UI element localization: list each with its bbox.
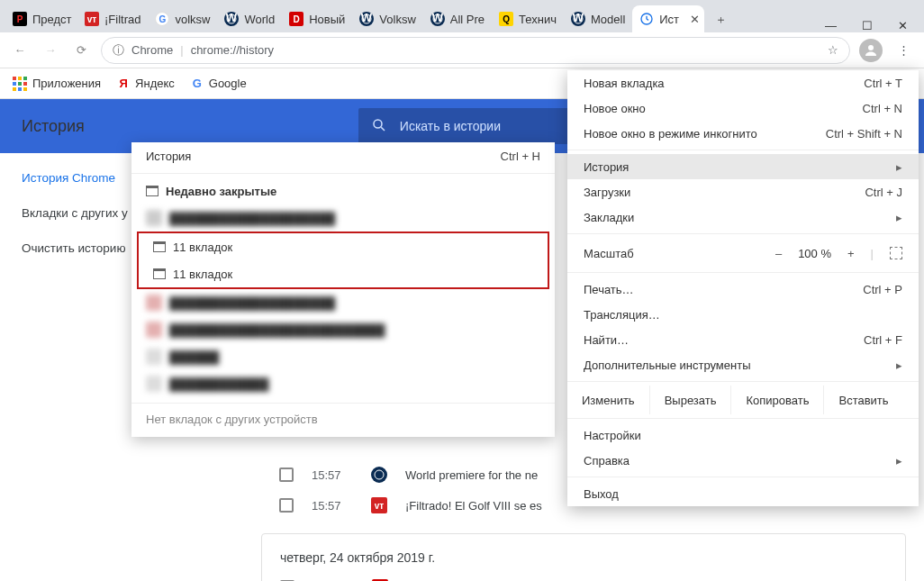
menu-help[interactable]: Справка▸	[567, 448, 919, 473]
tab-8[interactable]: WModell	[564, 5, 632, 32]
zoom-out-button[interactable]: –	[775, 247, 782, 260]
window-icon	[146, 186, 159, 196]
bookmark-google[interactable]: GGoogle	[191, 77, 247, 90]
tab-strip: PПредст vт¡Filtrad Gvolksw WWorld DНовый…	[0, 0, 924, 32]
menu-cast[interactable]: Трансляция…	[567, 302, 919, 327]
omnibox-chip: Chrome	[131, 43, 173, 57]
submenu-history[interactable]: ИсторияCtrl + H	[131, 142, 555, 169]
menu-zoom: Масштаб – 100 % + |	[567, 238, 919, 268]
zoom-value: 100 %	[798, 247, 831, 260]
submenu-item-blurred[interactable]: ██████████████████████████	[131, 316, 555, 343]
bookmark-yandex[interactable]: ЯЯндекс	[117, 77, 175, 90]
highlighted-tabs-block: 11 вкладок 11 вкладок	[137, 231, 549, 289]
page-title: История	[0, 117, 106, 136]
menu-incognito[interactable]: Новое окно в режиме инкогнитоCtrl + Shif…	[567, 121, 919, 146]
history-icon	[639, 12, 654, 26]
close-button[interactable]: ✕	[898, 19, 908, 32]
entry-checkbox[interactable]	[279, 498, 294, 513]
apps-shortcut[interactable]: Приложения	[13, 77, 101, 91]
zoom-in-button[interactable]: +	[847, 247, 855, 260]
submenu-item-blurred[interactable]: ████████████████████	[131, 204, 555, 231]
menu-paste[interactable]: Вставить	[824, 386, 902, 414]
menu-exit[interactable]: Выход	[567, 481, 919, 506]
tab-5[interactable]: WVolksw	[352, 5, 422, 32]
tab-7[interactable]: QТехнич	[492, 5, 564, 32]
tab-2[interactable]: Gvolksw	[148, 5, 217, 32]
favicon-icon	[371, 467, 387, 483]
menu-copy[interactable]: Копировать	[731, 386, 824, 414]
chevron-right-icon: ▸	[896, 454, 902, 468]
day-label: четверг, 24 октября 2019 г.	[262, 547, 905, 572]
submenu-footer: Нет вкладок с других устройств	[131, 403, 555, 428]
window-icon	[153, 241, 166, 252]
entry-checkbox[interactable]	[279, 468, 294, 482]
forward-button[interactable]: →	[40, 40, 61, 61]
history-submenu: ИсторияCtrl + H Недавно закрытые ███████…	[131, 142, 555, 437]
menu-button[interactable]: ⋮	[892, 39, 915, 62]
menu-edit-row: Изменить Вырезать Копировать Вставить	[567, 386, 919, 414]
menu-cut[interactable]: Вырезать	[650, 386, 732, 414]
submenu-item-blurred[interactable]: ████████████	[131, 370, 555, 397]
svg-text:W: W	[432, 14, 443, 24]
bookmark-star-icon[interactable]: ☆	[828, 43, 838, 57]
toolbar: ← → ⟳ ⓘ Chrome | chrome://history ☆ ⋮	[0, 32, 924, 68]
window-controls: — ☐ ✕	[825, 14, 924, 32]
tab-active-history[interactable]: Ист✕	[632, 5, 704, 32]
history-entry[interactable]: 23:32 D Новый Volkswagen Golf с головой …	[262, 572, 905, 581]
maximize-button[interactable]: ☐	[862, 19, 873, 32]
omnibox-url: chrome://history	[191, 43, 274, 57]
svg-text:W: W	[226, 14, 237, 24]
back-button[interactable]: ←	[9, 40, 31, 61]
new-tab-button[interactable]: ＋	[708, 7, 733, 32]
menu-downloads[interactable]: ЗагрузкиCtrl + J	[567, 179, 919, 204]
svg-point-11	[375, 470, 384, 479]
tab-4[interactable]: DНовый	[282, 5, 352, 32]
tab-0[interactable]: PПредст	[5, 5, 77, 32]
chevron-right-icon: ▸	[896, 359, 902, 372]
submenu-item-blurred[interactable]: ██████	[131, 343, 555, 370]
history-day-card: четверг, 24 октября 2019 г. 23:32 D Новы…	[261, 533, 906, 581]
submenu-item-blurred[interactable]: ████████████████████	[131, 289, 555, 316]
chrome-menu: Новая вкладкаCtrl + T Новое окноCtrl + N…	[567, 70, 919, 506]
chevron-right-icon: ▸	[896, 160, 902, 174]
svg-point-9	[868, 45, 874, 50]
menu-find[interactable]: Найти…Ctrl + F	[567, 327, 919, 352]
search-icon	[371, 117, 387, 136]
reload-button[interactable]: ⟳	[70, 40, 92, 61]
tab-3[interactable]: WWorld	[217, 5, 282, 32]
menu-edit-label: Изменить	[567, 386, 650, 414]
menu-moretools[interactable]: Дополнительные инструменты▸	[567, 352, 919, 377]
fullscreen-icon[interactable]	[890, 247, 902, 259]
browser-window: PПредст vт¡Filtrad Gvolksw WWorld DНовый…	[0, 0, 924, 581]
close-icon[interactable]: ✕	[684, 13, 704, 26]
entry-time: 15:57	[312, 468, 353, 482]
profile-avatar[interactable]	[859, 39, 883, 62]
submenu-tabs-group[interactable]: 11 вкладок	[139, 233, 548, 260]
menu-print[interactable]: Печать…Ctrl + P	[567, 277, 919, 302]
menu-settings[interactable]: Настройки	[567, 422, 919, 448]
minimize-button[interactable]: —	[825, 19, 837, 32]
submenu-recent-header: Недавно закрытые	[131, 177, 555, 204]
submenu-tabs-group[interactable]: 11 вкладок	[139, 260, 548, 287]
favicon-icon: vт	[371, 497, 387, 513]
svg-text:W: W	[361, 14, 372, 24]
svg-point-10	[374, 120, 382, 128]
menu-newtab[interactable]: Новая вкладкаCtrl + T	[567, 70, 919, 95]
menu-newwindow[interactable]: Новое окноCtrl + N	[567, 95, 919, 121]
entry-time: 15:57	[312, 499, 353, 513]
tab-6[interactable]: WAll Pre	[423, 5, 492, 32]
chevron-right-icon: ▸	[896, 211, 902, 224]
tab-1[interactable]: vт¡Filtrad	[77, 5, 148, 32]
menu-bookmarks[interactable]: Закладки▸	[567, 204, 919, 230]
site-info-icon[interactable]: ⓘ	[113, 42, 124, 59]
svg-text:W: W	[573, 14, 584, 24]
menu-history[interactable]: История▸	[567, 154, 919, 179]
omnibox[interactable]: ⓘ Chrome | chrome://history ☆	[101, 37, 850, 64]
window-icon	[153, 268, 166, 279]
